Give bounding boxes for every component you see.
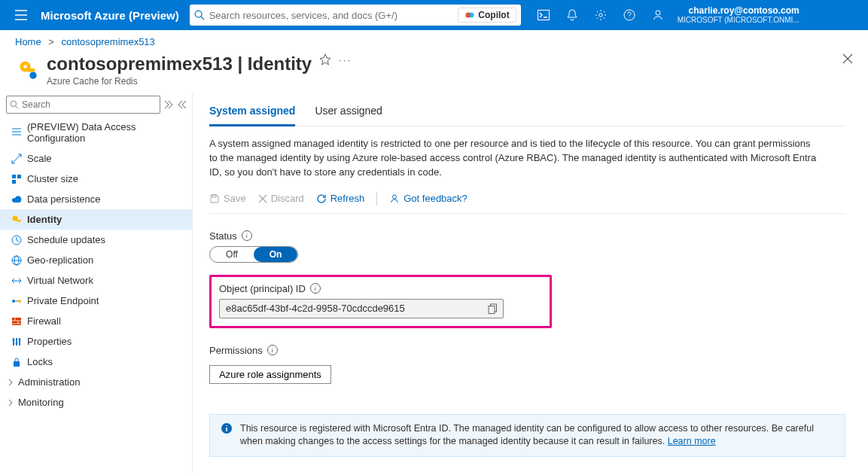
account-email: charlie.roy@contoso.com bbox=[678, 6, 799, 16]
tab-user-assigned[interactable]: User assigned bbox=[315, 100, 382, 126]
chevron-right-icon bbox=[8, 399, 14, 406]
svg-rect-29 bbox=[212, 195, 216, 197]
svg-point-25 bbox=[13, 339, 15, 341]
feedback-icon[interactable] bbox=[644, 0, 672, 30]
cluster-icon bbox=[11, 173, 23, 185]
collapse-icon[interactable] bbox=[177, 101, 186, 108]
sidebar-group-administration[interactable]: Administration bbox=[0, 372, 192, 392]
account-tenant: MICROSOFT (MICROSOFT.ONMI... bbox=[678, 16, 799, 24]
info-text: This resource is registered with Microso… bbox=[240, 422, 834, 449]
close-button[interactable] bbox=[842, 53, 853, 64]
pin-icon[interactable] bbox=[319, 53, 331, 65]
top-icons bbox=[530, 0, 672, 30]
info-icon bbox=[221, 422, 233, 449]
properties-icon bbox=[11, 336, 23, 348]
help-icon[interactable] bbox=[616, 0, 643, 30]
sidebar-item-identity[interactable]: Identity bbox=[0, 209, 192, 230]
sidebar-item-firewall[interactable]: Firewall bbox=[0, 311, 192, 331]
sidebar-item-endpoint[interactable]: Private Endpoint bbox=[0, 291, 192, 311]
info-icon[interactable]: i bbox=[267, 345, 278, 355]
svg-point-3 bbox=[469, 13, 474, 18]
sidebar-group-monitoring[interactable]: Monitoring bbox=[0, 392, 192, 413]
content-toolbar: Save Discard Refresh Got feedback? bbox=[209, 187, 845, 214]
main-content: System assigned User assigned A system a… bbox=[193, 93, 868, 473]
page-subtitle: Azure Cache for Redis bbox=[47, 76, 312, 87]
global-search-input[interactable] bbox=[209, 10, 458, 21]
copy-button[interactable] bbox=[482, 303, 503, 314]
sidebar: (PREVIEW) Data Access Configuration Scal… bbox=[0, 93, 193, 473]
svg-rect-9 bbox=[27, 69, 35, 72]
notifications-icon[interactable] bbox=[559, 0, 586, 30]
status-field: Statusi Off On bbox=[209, 230, 845, 263]
sidebar-item-properties[interactable]: Properties bbox=[0, 331, 192, 352]
object-id-highlight: Object (principal) IDi e8ac65df-43bf-4c2… bbox=[209, 275, 552, 328]
sidebar-item-geo[interactable]: Geo-replication bbox=[0, 250, 192, 270]
settings-icon[interactable] bbox=[587, 0, 614, 30]
svg-rect-28 bbox=[14, 361, 20, 367]
breadcrumb-resource[interactable]: contosopremimex513 bbox=[62, 36, 155, 47]
sidebar-item-persistence[interactable]: Data persistence bbox=[0, 189, 192, 209]
svg-point-10 bbox=[23, 65, 27, 69]
more-icon[interactable]: ··· bbox=[339, 54, 352, 65]
info-icon[interactable]: i bbox=[310, 283, 321, 294]
refresh-button[interactable]: Refresh bbox=[316, 193, 365, 204]
svg-point-11 bbox=[29, 72, 36, 79]
chevron-right-icon bbox=[8, 379, 14, 386]
resource-icon bbox=[15, 56, 41, 82]
svg-line-1 bbox=[201, 17, 204, 20]
svg-rect-15 bbox=[17, 175, 21, 178]
breadcrumb-home[interactable]: Home bbox=[15, 36, 41, 47]
svg-rect-14 bbox=[12, 175, 16, 178]
firewall-icon bbox=[11, 315, 23, 327]
page-header: contosopremimex513 | Identity Azure Cach… bbox=[0, 53, 868, 93]
permissions-label: Permissions bbox=[209, 345, 263, 356]
sidebar-item-cluster[interactable]: Cluster size bbox=[0, 169, 192, 189]
permissions-field: Permissionsi Azure role assignments bbox=[209, 345, 845, 384]
feedback-button[interactable]: Got feedback? bbox=[389, 193, 468, 204]
status-off[interactable]: Off bbox=[210, 247, 254, 262]
sidebar-item-vnet[interactable]: Virtual Network bbox=[0, 270, 192, 291]
global-search[interactable]: Copilot bbox=[190, 5, 521, 26]
vnet-icon bbox=[11, 275, 23, 287]
svg-line-13 bbox=[16, 106, 18, 108]
svg-point-30 bbox=[393, 195, 397, 199]
info-banner: This resource is registered with Microso… bbox=[209, 414, 845, 457]
info-icon[interactable]: i bbox=[242, 230, 252, 241]
expand-icon[interactable] bbox=[165, 101, 172, 108]
scale-icon bbox=[11, 153, 23, 165]
cloudshell-icon[interactable] bbox=[530, 0, 557, 30]
sidebar-search-input[interactable] bbox=[22, 99, 157, 110]
brand-label[interactable]: Microsoft Azure (Preview) bbox=[36, 9, 190, 22]
sidebar-item-data-access[interactable]: (PREVIEW) Data Access Configuration bbox=[0, 117, 192, 148]
key-icon bbox=[11, 214, 23, 226]
role-assignments-button[interactable]: Azure role assignments bbox=[209, 365, 331, 384]
svg-point-5 bbox=[598, 14, 602, 17]
status-label: Status bbox=[209, 230, 237, 242]
copilot-button[interactable]: Copilot bbox=[458, 8, 516, 23]
menu-icon[interactable] bbox=[6, 0, 36, 30]
account-block[interactable]: charlie.roy@contoso.com MICROSOFT (MICRO… bbox=[678, 6, 807, 24]
svg-point-27 bbox=[19, 338, 21, 340]
tab-system-assigned[interactable]: System assigned bbox=[209, 100, 295, 126]
svg-rect-4 bbox=[538, 11, 549, 20]
sidebar-item-schedule[interactable]: Schedule updates bbox=[0, 230, 192, 250]
search-icon bbox=[194, 10, 205, 20]
sidebar-item-locks[interactable]: Locks bbox=[0, 352, 192, 372]
sidebar-list[interactable]: (PREVIEW) Data Access Configuration Scal… bbox=[0, 117, 192, 473]
top-bar: Microsoft Azure (Preview) Copilot charli… bbox=[0, 0, 868, 30]
object-id-field: e8ac65df-43bf-4c2d-9958-70cdccde9615 bbox=[219, 299, 504, 318]
svg-point-0 bbox=[195, 11, 202, 17]
sidebar-item-scale[interactable]: Scale bbox=[0, 148, 192, 169]
learn-more-link[interactable]: Learn more bbox=[668, 436, 716, 446]
status-toggle[interactable]: Off On bbox=[209, 246, 298, 263]
save-button[interactable]: Save bbox=[209, 193, 246, 204]
globe-icon bbox=[11, 254, 23, 266]
discard-button[interactable]: Discard bbox=[258, 193, 304, 204]
lock-icon bbox=[11, 356, 23, 368]
description-text: A system assigned managed identity is re… bbox=[209, 137, 819, 180]
status-on[interactable]: On bbox=[254, 247, 297, 262]
sidebar-search[interactable] bbox=[6, 96, 160, 114]
svg-point-12 bbox=[11, 101, 17, 107]
clock-icon bbox=[11, 234, 23, 246]
svg-point-23 bbox=[18, 300, 21, 303]
